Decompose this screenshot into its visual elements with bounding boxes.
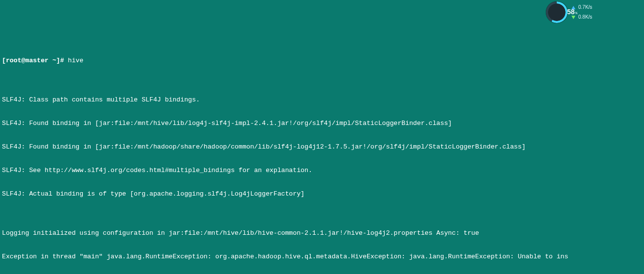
terminal-output-line: Logging initialized using configuration … xyxy=(2,229,644,237)
arrow-down-icon xyxy=(571,16,575,19)
cpu-gauge: 58% xyxy=(546,1,568,23)
terminal-output-line: SLF4J: Actual binding is of type [org.ap… xyxy=(2,190,644,198)
typed-command: hive xyxy=(68,57,84,64)
gauge-ring-icon xyxy=(546,1,568,23)
gauge-percent-sign: % xyxy=(575,11,578,15)
network-monitor-overlay: 58% 0.7K/s 0.8K/s xyxy=(546,0,615,25)
prompt-line: [root@master ~]# hive xyxy=(2,57,644,65)
gauge-number: 58 xyxy=(567,8,575,16)
download-speed: 0.8K/s xyxy=(578,13,592,21)
terminal-output-line: SLF4J: Class path contains multiple SLF4… xyxy=(2,96,644,104)
shell-prompt: [root@master ~]# xyxy=(2,57,68,64)
upload-speed-row: 0.7K/s xyxy=(571,3,592,11)
terminal-output-line: SLF4J: Found binding in [jar:file:/mnt/h… xyxy=(2,120,644,127)
network-speeds: 0.7K/s 0.8K/s xyxy=(571,3,592,21)
terminal-window[interactable]: 58% 0.7K/s 0.8K/s [root@master ~]# hive … xyxy=(0,0,644,274)
terminal-output-line: SLF4J: See http://www.slf4j.org/codes.ht… xyxy=(2,167,644,174)
arrow-up-icon xyxy=(571,6,575,9)
gauge-value: 58% xyxy=(536,0,578,25)
terminal-output-line: SLF4J: Found binding in [jar:file:/mnt/h… xyxy=(2,143,644,151)
upload-speed: 0.7K/s xyxy=(578,3,592,11)
terminal-output-line: Exception in thread "main" java.lang.Run… xyxy=(2,253,644,261)
download-speed-row: 0.8K/s xyxy=(571,13,592,21)
